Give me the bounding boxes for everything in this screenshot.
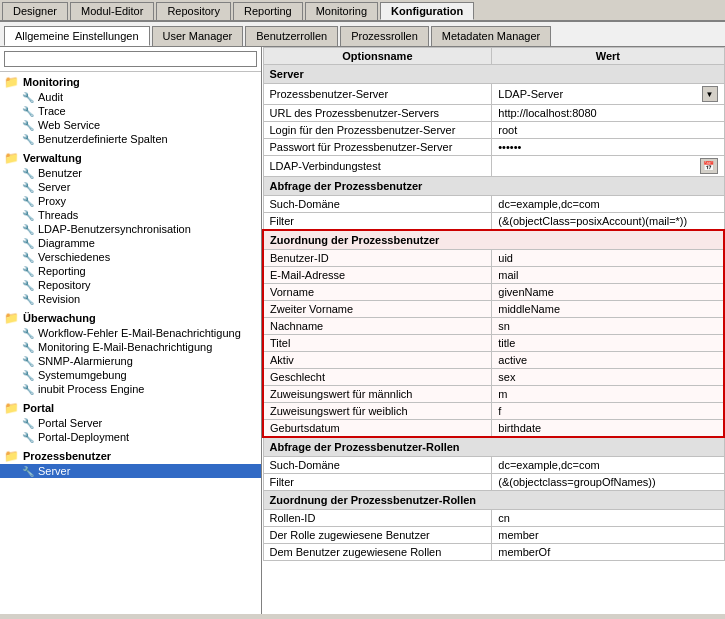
section-abfrage-rollen: Abfrage der Prozessbenutzer-Rollen <box>263 437 724 457</box>
row-vorname: Vorname givenName <box>263 284 724 301</box>
tree-item-portal-server[interactable]: 🔧 Portal Server <box>0 416 261 430</box>
row-ldap-verbindung: LDAP-Verbindungstest 📅 <box>263 156 724 177</box>
wrench-benutzer-icon: 🔧 <box>22 168 34 179</box>
row-filter-2-value: (&(objectclass=groupOfNames)) <box>492 474 724 491</box>
tree-item-snmp[interactable]: 🔧 SNMP-Alarmierung <box>0 354 261 368</box>
tree-item-benutzer[interactable]: 🔧 Benutzer <box>0 166 261 180</box>
tree-group-monitoring[interactable]: 📁 Monitoring <box>0 74 261 90</box>
row-ldap-verbindung-value[interactable]: 📅 <box>492 156 724 177</box>
wrench-monitoring-email-icon: 🔧 <box>22 342 34 353</box>
tree-item-threads-label: Threads <box>38 209 78 221</box>
tree-item-audit[interactable]: 🔧 Audit <box>0 90 261 104</box>
row-rollen-id-value: cn <box>492 510 724 527</box>
row-such-domaene-2-value: dc=example,dc=com <box>492 457 724 474</box>
tab-reporting[interactable]: Reporting <box>233 2 303 20</box>
row-nachname-value: sn <box>492 318 724 335</box>
sub-tab-user-manager[interactable]: User Manager <box>152 26 244 46</box>
tree-group-prozessbenutzer[interactable]: 📁 Prozessbenutzer <box>0 448 261 464</box>
tree-item-server-v[interactable]: 🔧 Server <box>0 180 261 194</box>
wrench-snmp-icon: 🔧 <box>22 356 34 367</box>
sub-tab-allgemeine[interactable]: Allgemeine Einstellungen <box>4 26 150 46</box>
tree-group-portal[interactable]: 📁 Portal <box>0 400 261 416</box>
tree-item-revision-label: Revision <box>38 293 80 305</box>
tree-item-verschiedenes-label: Verschiedenes <box>38 251 110 263</box>
tree-group-ueberwachung[interactable]: 📁 Überwachung <box>0 310 261 326</box>
tree-section-monitoring: 📁 Monitoring 🔧 Audit 🔧 Trace 🔧 Web Servi… <box>0 72 261 148</box>
row-benutzer-rollen-value: memberOf <box>492 544 724 561</box>
row-zuweisung-maennlich-value: m <box>492 386 724 403</box>
tab-repository[interactable]: Repository <box>156 2 231 20</box>
row-such-domaene-1-name: Such-Domäne <box>263 196 492 213</box>
sub-tab-benutzerrollen[interactable]: Benutzerrollen <box>245 26 338 46</box>
row-rollen-id-name: Rollen-ID <box>263 510 492 527</box>
row-titel-value: title <box>492 335 724 352</box>
wrench-proxy-icon: 🔧 <box>22 196 34 207</box>
tree-item-server-v-label: Server <box>38 181 70 193</box>
row-geschlecht-value: sex <box>492 369 724 386</box>
tree-item-portal-deployment[interactable]: 🔧 Portal-Deployment <box>0 430 261 444</box>
tree-item-inubit-label: inubit Process Engine <box>38 383 144 395</box>
tree-item-proxy[interactable]: 🔧 Proxy <box>0 194 261 208</box>
section-zuordnung-label: Zuordnung der Prozessbenutzer <box>263 230 724 250</box>
wrench-revision-icon: 🔧 <box>22 294 34 305</box>
tab-modul-editor[interactable]: Modul-Editor <box>70 2 154 20</box>
wrench-webservice-icon: 🔧 <box>22 120 34 131</box>
section-server-label: Server <box>263 65 724 84</box>
tree-item-workflow-fehler[interactable]: 🔧 Workflow-Fehler E-Mail-Benachrichtigun… <box>0 326 261 340</box>
row-aktiv: Aktiv active <box>263 352 724 369</box>
row-prozessbenutzer-server: Prozessbenutzer-Server LDAP-Server ▼ <box>263 84 724 105</box>
sub-tab-bar: Allgemeine Einstellungen User Manager Be… <box>0 22 725 47</box>
tree-item-repository[interactable]: 🔧 Repository <box>0 278 261 292</box>
wrench-audit-icon: 🔧 <box>22 92 34 103</box>
folder-portal-icon: 📁 <box>4 401 19 415</box>
row-rolle-benutzer-value: member <box>492 527 724 544</box>
row-benutzer-id: Benutzer-ID uid <box>263 250 724 267</box>
dropdown-arrow-icon[interactable]: ▼ <box>702 86 718 102</box>
tree-item-reporting[interactable]: 🔧 Reporting <box>0 264 261 278</box>
tree-item-diagramme[interactable]: 🔧 Diagramme <box>0 236 261 250</box>
tree-item-repository-label: Repository <box>38 279 91 291</box>
row-benutzer-id-value: uid <box>492 250 724 267</box>
row-url-name: URL des Prozessbenutzer-Servers <box>263 105 492 122</box>
tree-item-systemumgebung[interactable]: 🔧 Systemumgebung <box>0 368 261 382</box>
calendar-icon[interactable]: 📅 <box>700 158 718 174</box>
tree-item-benutzerdef[interactable]: 🔧 Benutzerdefinierte Spalten <box>0 132 261 146</box>
tab-konfiguration[interactable]: Konfiguration <box>380 2 474 20</box>
tree-item-monitoring-email[interactable]: 🔧 Monitoring E-Mail-Benachrichtigung <box>0 340 261 354</box>
row-nachname: Nachname sn <box>263 318 724 335</box>
folder-verwaltung-icon: 📁 <box>4 151 19 165</box>
tree-item-verschiedenes[interactable]: 🔧 Verschiedenes <box>0 250 261 264</box>
row-such-domaene-1: Such-Domäne dc=example,dc=com <box>263 196 724 213</box>
tree-item-benutzer-label: Benutzer <box>38 167 82 179</box>
wrench-reporting-icon: 🔧 <box>22 266 34 277</box>
row-zuweisung-weiblich-name: Zuweisungswert für weiblich <box>263 403 492 420</box>
row-rollen-id: Rollen-ID cn <box>263 510 724 527</box>
tree-item-ldap-sync[interactable]: 🔧 LDAP-Benutzersynchronisation <box>0 222 261 236</box>
tree-item-trace[interactable]: 🔧 Trace <box>0 104 261 118</box>
wrench-server-p-icon: 🔧 <box>22 466 34 477</box>
row-zuweisung-weiblich: Zuweisungswert für weiblich f <box>263 403 724 420</box>
search-bar <box>0 47 261 72</box>
wrench-trace-icon: 🔧 <box>22 106 34 117</box>
main-content: 📁 Monitoring 🔧 Audit 🔧 Trace 🔧 Web Servi… <box>0 47 725 614</box>
sub-tab-metadaten[interactable]: Metadaten Manager <box>431 26 551 46</box>
tree-item-revision[interactable]: 🔧 Revision <box>0 292 261 306</box>
row-benutzer-rollen-name: Dem Benutzer zugewiesene Rollen <box>263 544 492 561</box>
tree-section-prozessbenutzer: 📁 Prozessbenutzer 🔧 Server <box>0 446 261 480</box>
tree-group-verwaltung[interactable]: 📁 Verwaltung <box>0 150 261 166</box>
sub-tab-prozessrollen[interactable]: Prozessrollen <box>340 26 429 46</box>
tree-item-threads[interactable]: 🔧 Threads <box>0 208 261 222</box>
tree-item-inubit[interactable]: 🔧 inubit Process Engine <box>0 382 261 396</box>
section-abfrage-rollen-label: Abfrage der Prozessbenutzer-Rollen <box>263 437 724 457</box>
row-prozessbenutzer-server-value[interactable]: LDAP-Server ▼ <box>492 84 724 105</box>
search-input[interactable] <box>4 51 257 67</box>
tree-item-web-service[interactable]: 🔧 Web Service <box>0 118 261 132</box>
row-passwort-value: •••••• <box>492 139 724 156</box>
dropdown-ldap[interactable]: LDAP-Server ▼ <box>498 86 717 102</box>
tab-designer[interactable]: Designer <box>2 2 68 20</box>
tab-monitoring[interactable]: Monitoring <box>305 2 378 20</box>
row-rolle-benutzer: Der Rolle zugewiesene Benutzer member <box>263 527 724 544</box>
tree-group-prozessbenutzer-label: Prozessbenutzer <box>23 450 111 462</box>
tree-item-server-p[interactable]: 🔧 Server <box>0 464 261 478</box>
row-filter-1: Filter (&(objectClass=posixAccount)(mail… <box>263 213 724 231</box>
